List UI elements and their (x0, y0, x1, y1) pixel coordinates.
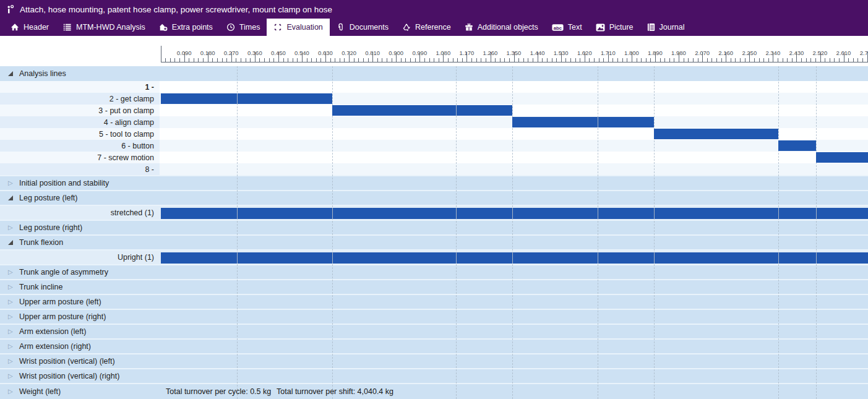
collapsed-triangle-icon[interactable]: ▷ (8, 223, 13, 233)
page-title: Attach, hose mounting, patent hose clamp… (20, 5, 332, 14)
svg-text:abc: abc (553, 25, 562, 30)
total-turnover-shift: Total turnover per shift: 4,040.4 kg (277, 384, 393, 399)
ruler-tick (486, 58, 486, 62)
gantt-bar-segment[interactable] (237, 252, 332, 264)
collapsed-triangle-icon[interactable]: ▷ (8, 282, 13, 292)
ruler-tick (217, 58, 218, 62)
ruler-tick (731, 58, 731, 62)
ruler-tick (547, 58, 548, 62)
tab-label: Text (568, 23, 582, 32)
ruler-tick (754, 58, 755, 62)
gantt-bar-segment[interactable] (332, 208, 456, 219)
gantt-bar-segment[interactable] (778, 140, 816, 151)
gantt-bar-segment[interactable] (161, 93, 238, 104)
gantt-bar-segment[interactable] (161, 252, 238, 264)
ruler-tick (283, 58, 284, 62)
gantt-bar-segment[interactable] (654, 129, 778, 139)
collapsed-triangle-icon[interactable]: ▷ (8, 297, 13, 307)
ruler-tick (518, 58, 519, 62)
expanded-triangle-icon[interactable] (8, 71, 13, 76)
ruler-tick (165, 58, 166, 62)
collapsed-triangle-icon[interactable]: ▷ (8, 371, 13, 381)
tab-label: Times (239, 23, 260, 32)
expanded-triangle-icon[interactable] (8, 240, 13, 245)
gantt-bar-segment[interactable] (332, 105, 456, 116)
collapsed-triangle-icon[interactable]: ▷ (8, 356, 13, 366)
collapsed-triangle-icon[interactable]: ▷ (8, 341, 13, 351)
group-label: Trunk flexion (19, 236, 63, 249)
gantt-bar-segment[interactable] (778, 252, 816, 264)
tab-extra-points[interactable]: Extra points (152, 19, 220, 36)
tab-label: Documents (350, 23, 389, 32)
gantt-bar-segment[interactable] (816, 252, 868, 264)
gantt-bar-segment[interactable] (456, 208, 512, 219)
gantt-bar-segment[interactable] (654, 208, 778, 219)
ruler-tick (711, 58, 712, 62)
collapsed-triangle-icon[interactable]: ▷ (8, 387, 13, 397)
gridline (816, 66, 817, 399)
tab-documents[interactable]: Documents (330, 19, 395, 36)
ruler-tick (457, 58, 458, 62)
gantt-bar-segment[interactable] (512, 252, 598, 264)
ruler-tick (834, 58, 835, 62)
gantt-bar-segment[interactable] (512, 117, 598, 127)
clock-icon (226, 23, 235, 32)
extra-points-icon (159, 23, 168, 32)
gantt-bar-segment[interactable] (456, 252, 512, 264)
ruler-tick (340, 58, 340, 62)
gantt-bar-segment[interactable] (456, 105, 512, 116)
tab-times[interactable]: Times (220, 19, 267, 36)
gantt-bar-segment[interactable] (237, 93, 332, 104)
collapsed-triangle-icon[interactable]: ▷ (8, 312, 13, 322)
tab-mtm-hwd-analysis[interactable]: MTM-HWD Analysis (56, 19, 152, 36)
gantt-bar-segment[interactable] (598, 252, 654, 264)
ruler-tick (434, 58, 434, 62)
gantt-bar-segment[interactable] (161, 208, 238, 219)
ruler-tick (504, 58, 505, 62)
tab-evaluation[interactable]: Evaluation (267, 19, 329, 36)
ruler-tick-label: 2.700 (854, 50, 868, 56)
tab-bar: HeaderMTM-HWD AnalysisExtra pointsTimesE… (0, 19, 868, 36)
group-label: Wrist position (vertical) (left) (19, 354, 115, 368)
ruler-tick (335, 58, 335, 62)
gantt-bar-segment[interactable] (598, 117, 654, 127)
ruler-tick (307, 58, 307, 62)
gantt-bar-segment[interactable] (654, 252, 778, 264)
ruler-tick (410, 58, 411, 62)
row-label: 4 - align clamp (0, 116, 160, 128)
tab-header[interactable]: Header (4, 19, 56, 36)
gantt-bar-segment[interactable] (598, 208, 654, 219)
gridline (456, 66, 457, 399)
analysis-person-icon (6, 5, 14, 14)
tab-picture[interactable]: Picture (589, 19, 640, 36)
ruler-tick (241, 58, 241, 62)
gantt-bar-segment[interactable] (332, 252, 456, 264)
gantt-bar-segment[interactable] (816, 208, 868, 219)
collapsed-triangle-icon[interactable]: ▷ (8, 267, 13, 277)
ruler-tick (740, 58, 741, 62)
ruler-tick (495, 58, 496, 62)
collapsed-triangle-icon[interactable]: ▷ (8, 178, 13, 188)
gantt-bar-segment[interactable] (816, 152, 868, 163)
ruler-tick (669, 58, 670, 62)
ruler-tick (311, 58, 312, 62)
expanded-triangle-icon[interactable] (8, 195, 13, 200)
paperclip-icon (337, 23, 345, 32)
tab-reference[interactable]: Reference (395, 19, 458, 36)
row-label: stretched (1) (0, 206, 160, 220)
ruler-tick (293, 58, 293, 62)
row-label: 7 - screw motion (0, 152, 160, 163)
collapsed-triangle-icon[interactable]: ▷ (8, 327, 13, 337)
group-label: Wrist position (vertical) (right) (19, 369, 119, 383)
tab-text[interactable]: abcText (545, 19, 589, 36)
tab-journal[interactable]: Journal (640, 19, 692, 36)
ruler-tick (424, 58, 425, 62)
gantt-bar-segment[interactable] (512, 208, 598, 219)
gantt-bar-segment[interactable] (237, 208, 332, 219)
tab-additional-objects[interactable]: Additional objects (458, 19, 545, 36)
gantt-bar-segment[interactable] (778, 208, 816, 219)
ruler-tick (862, 58, 863, 62)
tab-label: Header (24, 23, 49, 32)
ruler-tick (783, 58, 783, 62)
gridline (237, 66, 238, 399)
